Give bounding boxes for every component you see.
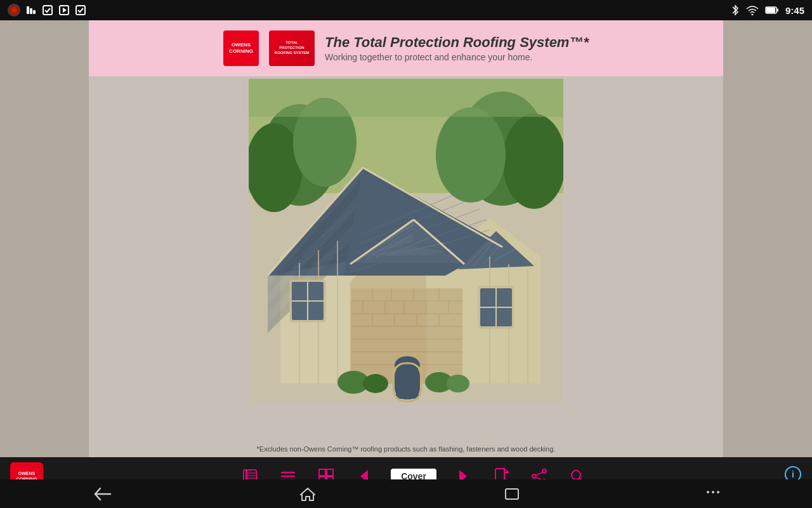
- svg-point-136: [712, 491, 714, 493]
- total-protection-badge: TOTAL PROTECTION ROOFING SYSTEM: [269, 30, 315, 66]
- back-button[interactable]: [81, 483, 124, 505]
- check-icon: [42, 4, 53, 16]
- svg-point-7: [751, 14, 753, 16]
- svg-point-94: [363, 374, 388, 393]
- svg-rect-0: [27, 6, 29, 14]
- svg-point-17: [502, 114, 563, 209]
- svg-rect-9: [766, 8, 775, 13]
- svg-rect-6: [76, 6, 85, 15]
- status-left-icons: [8, 4, 86, 17]
- svg-rect-2: [33, 10, 36, 14]
- owens-corning-logo: OWENS CORNING: [223, 30, 259, 66]
- bluetooth-icon: [731, 4, 740, 16]
- footnote-text: *Excludes non-Owens Corning™ roofing pro…: [257, 445, 556, 453]
- house-illustration: [249, 79, 563, 403]
- nav-bar: [0, 479, 812, 508]
- svg-rect-90: [396, 373, 419, 399]
- time-display: 9:45: [785, 5, 804, 16]
- banner-text-area: The Total Protection Roofing System™* Wo…: [325, 34, 589, 62]
- svg-point-124: [532, 474, 536, 478]
- wifi-icon: [746, 5, 759, 15]
- footnote: *Excludes non-Owens Corning™ roofing pro…: [89, 441, 723, 457]
- main-area: OWENS CORNING TOTAL PROTECTION ROOFING S…: [0, 20, 812, 457]
- app-icon-1: [8, 4, 20, 17]
- svg-rect-10: [777, 9, 778, 12]
- svg-point-18: [436, 107, 506, 203]
- svg-line-126: [536, 472, 542, 475]
- svg-point-96: [447, 375, 469, 392]
- battery-icon: [765, 6, 779, 14]
- svg-rect-119: [495, 469, 504, 480]
- svg-point-123: [542, 469, 546, 473]
- svg-point-137: [717, 491, 719, 493]
- house-image: [89, 76, 723, 441]
- header-banner: OWENS CORNING TOTAL PROTECTION ROOFING S…: [89, 20, 723, 76]
- svg-rect-114: [327, 469, 333, 476]
- check2-icon: [75, 4, 86, 16]
- doc-panel: OWENS CORNING TOTAL PROTECTION ROOFING S…: [89, 20, 723, 457]
- svg-marker-133: [301, 488, 315, 500]
- svg-rect-113: [319, 469, 325, 476]
- svg-text:i: i: [792, 469, 794, 479]
- banner-subtitle: Working together to protect and enhance …: [325, 52, 589, 62]
- status-bar: 9:45: [0, 0, 812, 20]
- svg-rect-3: [43, 6, 52, 15]
- more-button[interactable]: [695, 481, 731, 506]
- svg-rect-134: [506, 489, 518, 499]
- svg-marker-120: [504, 469, 508, 472]
- svg-rect-1: [30, 8, 32, 14]
- banner-title: The Total Protection Roofing System™*: [325, 34, 589, 51]
- svg-rect-19: [249, 79, 563, 117]
- recent-button[interactable]: [491, 483, 533, 505]
- svg-marker-5: [63, 8, 67, 13]
- status-right-icons: 9:45: [731, 4, 804, 16]
- bars-icon: [25, 4, 37, 16]
- home-button[interactable]: [287, 483, 329, 505]
- play-icon: [58, 4, 70, 16]
- svg-point-135: [707, 491, 709, 493]
